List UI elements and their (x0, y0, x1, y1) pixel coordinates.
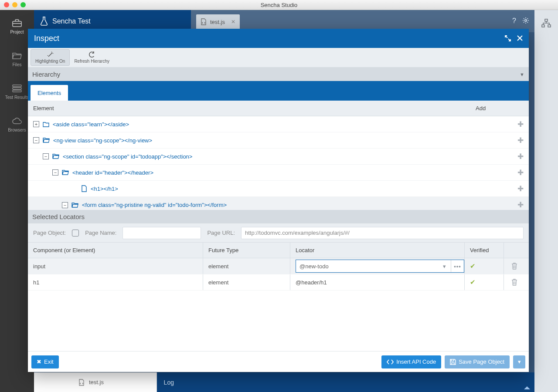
code-icon (387, 359, 394, 365)
col-future-type: Future Type (203, 243, 290, 258)
hierarchy-element-text: <header id="header"></header> (72, 169, 517, 176)
cell-component: input (28, 263, 203, 270)
tab-elements[interactable]: Elements (31, 85, 68, 101)
more-icon[interactable]: ••• (451, 260, 464, 272)
page-name-input[interactable] (122, 227, 201, 239)
code-file-icon (78, 379, 85, 386)
collapse-icon[interactable]: − (52, 169, 58, 176)
hierarchy-row[interactable]: −<form class="ng-pristine ng-valid" id="… (28, 197, 529, 210)
check-icon: ✔ (470, 262, 476, 270)
cell-locator[interactable]: @header/h1 (290, 274, 464, 290)
cell-future-type: element (203, 258, 290, 274)
add-icon[interactable]: ✚ (517, 152, 524, 161)
nav-test-results-label: Test Results (5, 95, 29, 100)
save-page-object-button[interactable]: Save Page Object (445, 355, 510, 368)
expand-icon[interactable]: + (33, 121, 39, 127)
collapse-icon[interactable]: − (43, 153, 49, 159)
cell-component: h1 (28, 279, 203, 286)
folder-open-icon (12, 51, 22, 61)
cell-future-type: element (203, 274, 290, 290)
svg-rect-4 (13, 90, 21, 92)
hierarchy-row[interactable]: −<ng-view class="ng-scope"></ng-view>✚ (28, 132, 529, 149)
add-icon[interactable]: ✚ (517, 168, 524, 177)
col-locator: Locator (290, 243, 464, 258)
collapse-icon[interactable]: − (33, 137, 39, 143)
chevron-down-icon: ▾ (518, 358, 521, 365)
maximize-icon[interactable] (505, 35, 511, 41)
page-object-checkbox[interactable] (72, 230, 79, 237)
page-url-label: Page URL: (207, 230, 235, 236)
folder-open-icon (43, 137, 50, 143)
help-icon[interactable]: ? (512, 17, 516, 25)
highlighting-on-button[interactable]: Highlighting On (31, 49, 70, 66)
nav-project-label: Project (10, 30, 24, 34)
hierarchy-row[interactable]: +<aside class="learn"></aside>✚ (28, 116, 529, 132)
add-icon[interactable]: ✚ (517, 184, 524, 193)
refresh-hierarchy-label: Refresh Hierarchy (74, 59, 109, 64)
save-label: Save Page Object (459, 358, 504, 365)
add-icon[interactable]: ✚ (517, 136, 524, 145)
exit-button[interactable]: ✖ Exit (31, 355, 59, 368)
folder-open-icon (71, 202, 78, 208)
tree-file-row[interactable]: test.js (34, 372, 157, 392)
folder-open-icon (62, 169, 69, 176)
save-dropdown-button[interactable]: ▾ (513, 355, 525, 368)
inspect-modal: Inspect Highlighting On Refresh Hierarch… (28, 29, 529, 372)
server-icon (12, 84, 22, 93)
tab-close-icon[interactable]: ✕ (231, 19, 235, 25)
trash-icon[interactable] (511, 279, 517, 286)
code-file-icon (201, 18, 207, 25)
hierarchy-row[interactable]: −<header id="header"></header>✚ (28, 165, 529, 181)
nav-browsers-label: Browsers (8, 128, 26, 132)
trash-icon[interactable] (511, 263, 517, 270)
svg-rect-0 (13, 21, 21, 27)
wand-icon (47, 51, 54, 58)
settings-gear-icon[interactable] (522, 17, 529, 25)
hierarchy-title: Hierarchy (32, 71, 60, 78)
nav-files-label: Files (12, 62, 21, 67)
sitemap-icon[interactable] (541, 19, 551, 392)
hierarchy-row[interactable]: <h1></h1>✚ (28, 181, 529, 197)
locator-editor[interactable]: @new-todo▾••• (296, 260, 464, 273)
insert-label: Insert API Code (396, 358, 436, 365)
chevron-down-icon[interactable]: ▾ (438, 260, 451, 272)
col-element: Element (33, 105, 476, 112)
locator-row[interactable]: inputelement@new-todo▾•••✔ (28, 258, 529, 274)
expand-up-icon[interactable] (524, 386, 530, 389)
file-icon (81, 185, 87, 192)
insert-api-code-button[interactable]: Insert API Code (381, 355, 441, 368)
add-icon[interactable]: ✚ (517, 200, 524, 210)
svg-rect-6 (545, 19, 548, 21)
hierarchy-element-text: <section class="ng-scope" id="todoapp"><… (63, 153, 517, 160)
modal-title: Inspect (34, 34, 59, 43)
page-object-label: Page Object: (33, 230, 66, 236)
folder-icon (43, 122, 49, 127)
window-title: Sencha Studio (0, 2, 558, 8)
footer-log[interactable]: Log (164, 379, 174, 386)
refresh-hierarchy-button[interactable]: Refresh Hierarchy (70, 49, 114, 66)
refresh-icon (88, 51, 95, 58)
page-name-label: Page Name: (85, 230, 116, 236)
folder-open-icon (52, 153, 59, 159)
tab-label: test.js (210, 19, 225, 25)
hierarchy-element-text: <ng-view class="ng-scope"></ng-view> (53, 137, 517, 144)
close-icon[interactable] (517, 35, 523, 41)
cell-locator[interactable]: @new-todo▾••• (290, 258, 464, 274)
hierarchy-row[interactable]: −<section class="ng-scope" id="todoapp">… (28, 149, 529, 165)
add-icon[interactable]: ✚ (517, 120, 524, 129)
chevron-down-icon[interactable]: ▼ (520, 72, 524, 77)
highlighting-on-label: Highlighting On (35, 59, 65, 64)
locator-value: @new-todo (296, 263, 438, 270)
brand-title: Sencha Test (52, 17, 91, 25)
page-url-input[interactable] (241, 227, 524, 239)
cloud-icon (12, 116, 22, 126)
tab-testjs[interactable]: test.js ✕ (196, 14, 240, 29)
flask-icon (40, 17, 48, 26)
locator-row[interactable]: h1element@header/h1✔ (28, 274, 529, 291)
briefcase-icon (12, 18, 22, 28)
collapse-icon[interactable]: − (62, 202, 68, 208)
svg-rect-8 (548, 25, 551, 27)
svg-rect-2 (13, 85, 21, 87)
hierarchy-element-text: <aside class="learn"></aside> (53, 121, 517, 128)
svg-rect-3 (13, 88, 21, 89)
